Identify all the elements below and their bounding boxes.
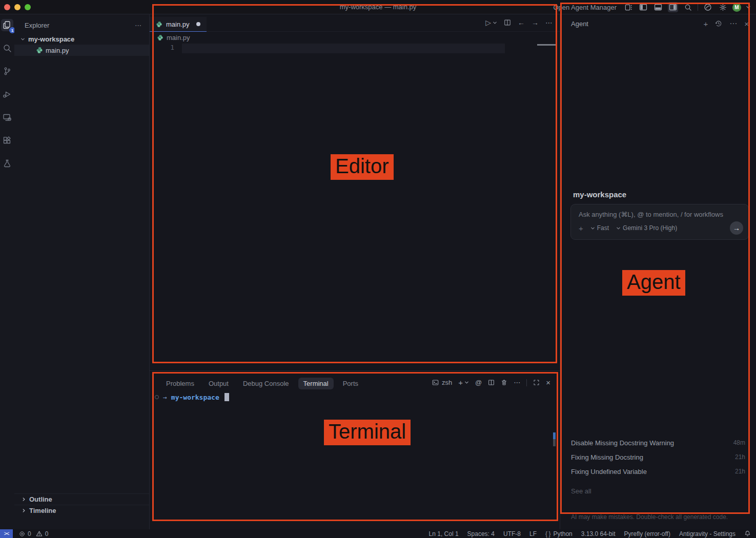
sidebar-item-run-debug[interactable] [1,88,13,100]
settings-gear-icon[interactable] [718,2,728,12]
encoding[interactable]: UTF-8 [503,530,521,537]
sidebar-item-explorer[interactable]: 1 [1,19,13,31]
tab-problems[interactable]: Problems [161,378,199,389]
customize-layout-icon[interactable] [623,2,634,12]
terminal-more-actions-icon[interactable]: ⋯ [514,379,520,386]
terminal-cursor [224,393,229,401]
kill-terminal-icon[interactable] [501,379,507,386]
tab-output[interactable]: Output [203,378,234,389]
agent-more-actions-icon[interactable]: ⋯ [729,19,737,28]
new-terminal-icon[interactable]: + [458,378,469,387]
line-number: 1 [164,44,174,51]
agent-panel-title: Agent [571,20,588,28]
ai-disclaimer: AI may make mistakes. Double-check all g… [571,513,728,521]
outline-label: Outline [29,495,52,503]
problems-indicator[interactable]: 0 0 [19,530,48,537]
agent-workspace-title: my-workspace [573,190,626,199]
account-chevron-icon[interactable] [746,5,751,10]
language-mode[interactable]: { } Python [545,530,573,537]
tab-debug-console[interactable]: Debug Console [238,378,294,389]
task-row[interactable]: Disable Missing Docstring Warning 48m [571,436,745,450]
python-interpreter[interactable]: 3.13.0 64-bit [581,530,616,537]
timeline-label: Timeline [29,507,56,514]
explorer-more-actions-icon[interactable]: ⋯ [135,22,142,29]
sidebar-item-testing[interactable] [1,157,13,170]
sidebar-item-source-control[interactable] [1,65,13,77]
editor-more-actions-icon[interactable]: ⋯ [545,18,553,27]
file-row-main-py[interactable]: main.py [14,45,149,56]
sidebar-item-search[interactable] [1,42,13,54]
antigravity-ide-window: my-workspace — main.py Open Agent Manage… [0,0,756,538]
cursor-position[interactable]: Ln 1, Col 1 [429,530,459,537]
remote-indicator[interactable]: >< [0,529,13,538]
account-avatar[interactable]: M [732,3,741,12]
breadcrumb-file-label: main.py [167,34,190,42]
mention-terminal-icon[interactable]: @ [475,379,482,386]
search-icon[interactable] [683,2,693,12]
breadcrumb[interactable]: main.py [157,34,190,42]
toggle-left-panel-icon[interactable] [638,2,648,12]
terminal-scrollbar-thumb[interactable] [553,439,556,446]
python-file-icon [36,47,43,54]
close-agent-panel-icon[interactable]: × [744,19,749,28]
tab-main-py[interactable]: main.py [150,17,207,32]
bottom-panel: Problems Output Debug Console Terminal P… [150,370,560,530]
tab-terminal[interactable]: Terminal [298,378,334,389]
activity-bar: 1 [0,14,14,530]
history-icon[interactable] [715,20,722,27]
error-count: 0 [28,530,31,537]
sidebar-item-remote-explorer[interactable] [1,111,13,123]
antigravity-logo-icon[interactable] [703,2,713,12]
toggle-bottom-panel-icon[interactable] [653,2,663,12]
shell-label: zsh [442,379,452,386]
tab-ports[interactable]: Ports [338,378,363,389]
task-time: 21h [735,468,745,475]
open-agent-manager-button[interactable]: Open Agent Manager [553,4,617,11]
task-time: 21h [735,453,745,461]
task-time: 48m [733,439,745,446]
maximize-panel-icon[interactable] [533,379,540,386]
outline-section[interactable]: Outline [14,493,149,505]
code-line-1[interactable]: 1 [150,44,560,53]
unsaved-changes-dot[interactable] [196,22,200,26]
run-python-file-icon[interactable]: ▷ [485,18,497,27]
see-all-link[interactable]: See all [571,487,591,495]
navigate-forward-icon[interactable]: → [532,18,539,27]
annotation-label-terminal: Terminal [324,420,411,445]
model-selector[interactable]: Gemini 3 Pro (High) [616,224,677,232]
close-panel-icon[interactable]: × [546,378,550,387]
notifications-bell-icon[interactable] [744,530,751,537]
terminal-prompt[interactable]: → my-workspace [155,393,229,401]
shell-selector[interactable]: zsh [432,379,452,386]
split-terminal-icon[interactable] [488,379,495,386]
toggle-right-panel-icon[interactable] [668,2,678,12]
send-button[interactable]: → [730,221,743,235]
terminal-scrollbar-mark[interactable] [553,432,556,439]
prompt-directory: my-workspace [171,394,219,401]
new-conversation-icon[interactable]: + [703,19,708,28]
workspace-folder-row[interactable]: my-workspace [14,33,149,45]
sidebar-item-extensions[interactable] [1,134,13,147]
title-bar: my-workspace — main.py Open Agent Manage… [0,0,756,14]
eol-sequence[interactable]: LF [529,530,537,537]
antigravity-settings[interactable]: Antigravity - Settings [679,530,735,537]
mode-selector[interactable]: Fast [590,224,609,232]
task-label: Fixing Undefined Variable [571,468,647,475]
agent-input-placeholder[interactable]: Ask anything (⌘L), @ to mention, / for w… [579,211,742,218]
split-editor-icon[interactable] [504,19,511,26]
mode-label: Fast [597,224,609,232]
tab-label: main.py [166,20,190,28]
agent-input-card[interactable]: Ask anything (⌘L), @ to mention, / for w… [570,204,749,240]
indentation[interactable]: Spaces: 4 [467,530,495,537]
attach-icon[interactable]: + [579,224,583,233]
task-row[interactable]: Fixing Missing Docstring 21h [571,450,745,464]
current-line-highlight [182,44,505,53]
linter-status[interactable]: Pyrefly (error-off) [624,530,670,537]
task-label: Fixing Missing Docstring [571,453,643,461]
task-row[interactable]: Fixing Undefined Variable 21h [571,464,745,479]
prompt-status-icon [155,395,159,399]
titlebar-divider [698,4,698,11]
editor-scrollbar-thumb[interactable] [537,44,556,46]
timeline-section[interactable]: Timeline [14,505,149,516]
navigate-back-icon[interactable]: ← [518,18,525,27]
